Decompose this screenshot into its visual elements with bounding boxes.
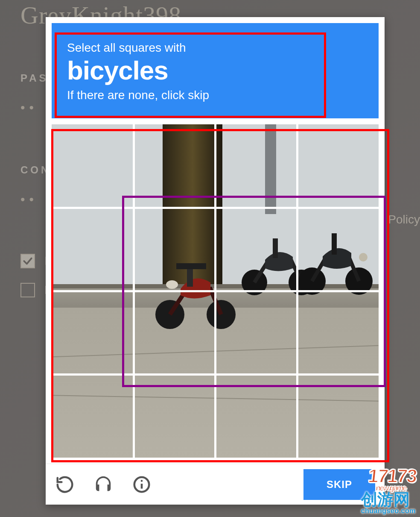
captcha-tile-3-2[interactable] — [216, 376, 297, 458]
captcha-tile-0-0[interactable] — [52, 124, 132, 206]
captcha-instruction-line1: Select all squares with — [67, 41, 363, 55]
captcha-tile-2-3[interactable] — [298, 292, 379, 374]
captcha-tile-1-0[interactable] — [52, 208, 132, 290]
captcha-instruction-header: Select all squares with bicycles If ther… — [52, 23, 379, 118]
reload-icon[interactable] — [55, 475, 75, 494]
captcha-tile-3-0[interactable] — [52, 376, 132, 458]
headphones-icon[interactable] — [93, 475, 113, 494]
captcha-tile-1-1[interactable] — [134, 208, 215, 290]
captcha-target-word: bicycles — [67, 56, 363, 84]
captcha-footer: SKIP — [46, 464, 385, 505]
captcha-tile-1-3[interactable] — [298, 208, 379, 290]
captcha-tile-2-1[interactable] — [134, 292, 215, 374]
captcha-image-grid — [52, 124, 379, 458]
captcha-tile-0-3[interactable] — [298, 124, 379, 206]
captcha-instruction-line3: If there are none, click skip — [67, 88, 363, 102]
captcha-tile-3-1[interactable] — [134, 376, 215, 458]
skip-button[interactable]: SKIP — [303, 469, 375, 500]
captcha-tile-1-2[interactable] — [216, 208, 297, 290]
captcha-tile-0-2[interactable] — [216, 124, 297, 206]
captcha-tile-2-0[interactable] — [52, 292, 132, 374]
svg-point-14 — [141, 480, 143, 482]
captcha-tile-3-3[interactable] — [298, 376, 379, 458]
captcha-tile-0-1[interactable] — [134, 124, 215, 206]
info-icon[interactable] — [132, 475, 152, 494]
recaptcha-challenge: Select all squares with bicycles If ther… — [46, 17, 385, 505]
captcha-tile-2-2[interactable] — [216, 292, 297, 374]
captcha-tile-container — [52, 124, 379, 458]
